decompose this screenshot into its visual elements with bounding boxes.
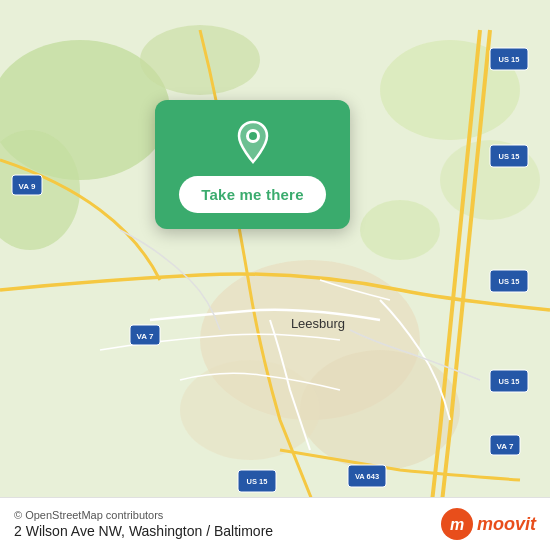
moovit-icon: m [441, 508, 473, 540]
svg-text:VA 7: VA 7 [137, 332, 154, 341]
svg-text:VA 9: VA 9 [19, 182, 36, 191]
bottom-left: © OpenStreetMap contributors 2 Wilson Av… [14, 509, 273, 539]
svg-text:Leesburg: Leesburg [291, 316, 345, 331]
svg-text:VA 643: VA 643 [355, 472, 379, 481]
svg-point-9 [180, 360, 320, 460]
location-pin-icon [229, 118, 277, 166]
address-text: 2 Wilson Ave NW, Washington / Baltimore [14, 523, 273, 539]
osm-credit: © OpenStreetMap contributors [14, 509, 273, 521]
svg-point-30 [249, 132, 257, 140]
svg-text:US 15: US 15 [499, 277, 520, 286]
map-background: VA 9 VA 7 VA 7 US 15 US 15 US 15 US 15 U… [0, 0, 550, 550]
map-container: VA 9 VA 7 VA 7 US 15 US 15 US 15 US 15 U… [0, 0, 550, 550]
moovit-brand-text: moovit [477, 514, 536, 535]
svg-text:US 15: US 15 [247, 477, 268, 486]
svg-text:m: m [450, 516, 464, 533]
svg-text:VA 7: VA 7 [497, 442, 514, 451]
take-me-there-button[interactable]: Take me there [179, 176, 325, 213]
bottom-bar: © OpenStreetMap contributors 2 Wilson Av… [0, 497, 550, 550]
popup-card: Take me there [155, 100, 350, 229]
svg-text:US 15: US 15 [499, 152, 520, 161]
svg-text:US 15: US 15 [499, 55, 520, 64]
svg-text:US 15: US 15 [499, 377, 520, 386]
svg-point-6 [360, 200, 440, 260]
moovit-logo: m moovit [441, 508, 536, 540]
